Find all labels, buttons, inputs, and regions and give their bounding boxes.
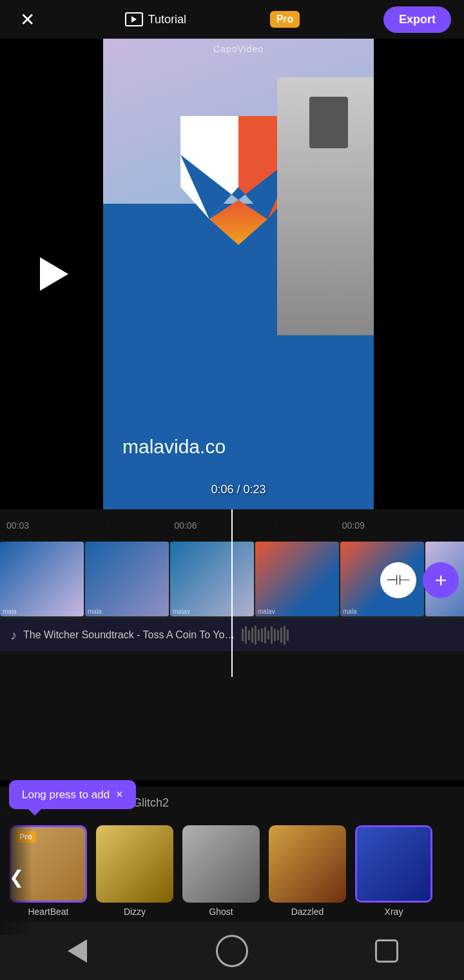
frame-label: mala: [0, 607, 19, 616]
close-button[interactable]: ✕: [13, 5, 41, 34]
filter-thumb-ghost: [182, 825, 260, 903]
playhead: [231, 509, 233, 677]
music-icon: ♪: [10, 628, 17, 643]
play-button[interactable]: [15, 39, 93, 509]
ruler-dots-2: ····: [249, 523, 290, 529]
ruler-time-1: 00:03: [6, 520, 29, 531]
strip-frame: malav: [255, 542, 339, 616]
filter-items-row: Pro HeartBeat Dizzy Ghost Dazzled Xray: [0, 819, 464, 935]
frame-label: mala: [340, 607, 360, 616]
video-preview: CapoVideo 0:06 / 0:23 malavida.co: [103, 39, 374, 509]
ruler-time-3: 00:09: [342, 520, 365, 531]
logo-text: malavida.co: [122, 436, 226, 458]
tutorial-icon: [125, 12, 143, 26]
audio-title: The Witcher Soundtrack - Toss A Coin To …: [23, 629, 235, 641]
ruler-time-2: 00:06: [174, 520, 197, 531]
ruler-dots-3: ····: [417, 523, 458, 529]
strip-frame: mala: [85, 542, 169, 616]
video-watermark: CapoVideo: [213, 44, 264, 54]
close-icon: ✕: [20, 9, 35, 30]
back-icon: ❮: [9, 867, 24, 888]
filter-label-dizzy: Dizzy: [124, 906, 146, 917]
filter-item-ghost[interactable]: Ghost: [179, 825, 263, 917]
split-button[interactable]: ⊣⊢: [380, 562, 416, 598]
add-clip-button[interactable]: +: [423, 562, 459, 598]
frame-label: mala: [85, 607, 104, 616]
play-icon: [40, 257, 68, 291]
filter-label-ghost: Ghost: [209, 906, 233, 917]
waveform: [242, 625, 454, 645]
filter-back-button[interactable]: ❮: [0, 819, 32, 935]
filter-label-dazzled: Dazzled: [291, 906, 324, 917]
filter-tab-glitch2[interactable]: Glitch2: [133, 794, 169, 812]
nav-recents-icon: [375, 939, 398, 963]
filter-label-heartbeat: HeartBeat: [28, 906, 68, 917]
add-icon: +: [435, 570, 447, 591]
filter-item-dazzled[interactable]: Dazzled: [266, 825, 349, 917]
filter-thumb-xray: [355, 825, 432, 903]
strip-frame: mala: [0, 542, 84, 616]
tutorial-label: Tutorial: [148, 13, 186, 26]
nav-back-button[interactable]: [58, 932, 97, 970]
filter-item-xray[interactable]: Xray: [352, 825, 436, 917]
top-bar: ✕ Tutorial Pro Export: [0, 0, 464, 39]
filter-item-dizzy[interactable]: Dizzy: [93, 825, 177, 917]
filter-label-xray: Xray: [385, 906, 403, 917]
nav-home-icon: [216, 935, 248, 967]
tutorial-button[interactable]: Tutorial: [125, 12, 186, 26]
frame-label: malav: [170, 607, 193, 616]
time-display: 0:06 / 0:23: [211, 483, 266, 496]
tooltip-text: Long press to add: [22, 789, 110, 801]
strip-frame: malav: [170, 542, 254, 616]
split-icon: ⊣⊢: [386, 572, 411, 589]
filter-thumb-dizzy: [96, 825, 173, 903]
tooltip: Long press to add ×: [9, 780, 136, 809]
bottom-nav: [0, 922, 464, 980]
pro-badge: Pro: [270, 11, 300, 28]
ruler-dots-1: ····: [81, 523, 122, 529]
tooltip-close[interactable]: ×: [116, 788, 123, 801]
export-button[interactable]: Export: [383, 6, 451, 33]
nav-home-button[interactable]: [213, 932, 251, 970]
machine-prop: [277, 77, 374, 335]
filter-thumb-dazzled: [269, 825, 346, 903]
frame-label: malav: [255, 607, 278, 616]
nav-back-icon: [68, 939, 87, 963]
nav-recents-button[interactable]: [367, 932, 406, 970]
